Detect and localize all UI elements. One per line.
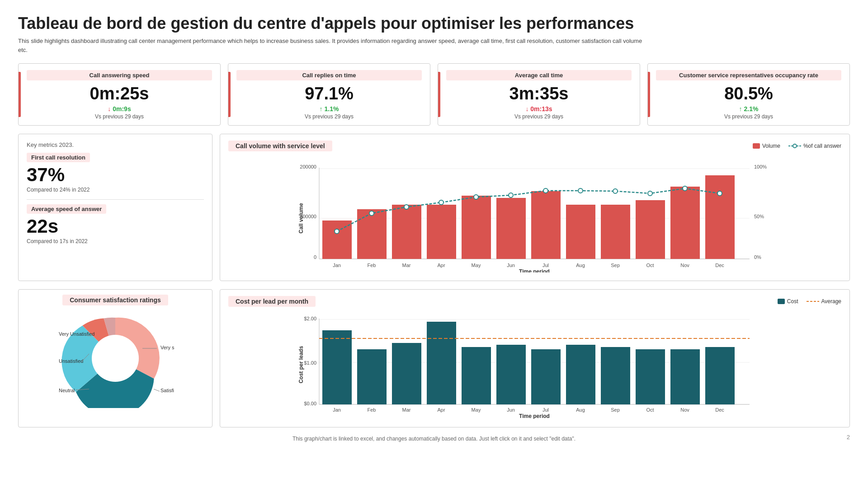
kpi-vs-4: Vs previous 29 days	[656, 113, 841, 120]
label-satisfied: Satisfied	[160, 388, 174, 393]
bar-may	[462, 196, 491, 259]
svg-text:Aug: Aug	[576, 407, 585, 413]
svg-text:50%: 50%	[754, 214, 764, 219]
bar-apr	[427, 205, 456, 259]
svg-text:Jul: Jul	[542, 263, 549, 268]
legend-avg-icon	[807, 298, 819, 305]
cost-chart-title: Cost per lead per month	[228, 296, 316, 307]
kpi-change-3: ↓ 0m:13s	[446, 105, 632, 113]
svg-text:Feb: Feb	[368, 407, 376, 413]
metrics-box: Key metrics 2023. First call resolution …	[18, 134, 212, 281]
page-subtitle: This slide highlights dashboard illustra…	[18, 37, 651, 54]
legend-cost: Cost	[778, 298, 798, 305]
metric-value-asa: 22s	[27, 216, 58, 237]
dot-may	[474, 195, 478, 199]
cost-chart-legend: Cost Average	[778, 298, 841, 305]
bot-row: Consumer satisfaction ratings	[18, 289, 850, 427]
bar-sep	[601, 205, 630, 259]
svg-text:Nov: Nov	[680, 263, 689, 268]
label-unsatisfied: Unsatisfied	[59, 358, 83, 364]
svg-text:Cost per leads: Cost per leads	[298, 346, 304, 384]
bar-jul	[531, 191, 561, 259]
cost-bar-mar	[392, 343, 421, 404]
svg-line-28	[154, 389, 160, 391]
kpi-value-3: 3m:35s	[446, 84, 632, 103]
svg-text:Jan: Jan	[333, 263, 341, 268]
svg-text:Sep: Sep	[611, 407, 620, 413]
dot-jan	[335, 229, 339, 234]
svg-text:Oct: Oct	[646, 263, 654, 268]
label-very-satisfied: Very satisfied	[160, 345, 174, 350]
svg-text:100%: 100%	[754, 164, 767, 169]
metric-compare-fcr: Compared to 24% in 2022	[27, 187, 204, 193]
kpi-value-2: 97.1%	[236, 84, 422, 103]
cost-bar-nov	[670, 349, 700, 404]
metric-value-fcr: 37%	[27, 164, 65, 186]
svg-text:Mar: Mar	[402, 407, 411, 413]
dot-jun	[509, 193, 513, 197]
kpi-title-4: Customer service representatives occupan…	[656, 70, 841, 80]
svg-text:Jun: Jun	[507, 407, 515, 413]
legend-pct-icon	[788, 143, 801, 149]
legend-volume-label: Volume	[762, 143, 780, 149]
svg-text:0: 0	[314, 254, 316, 260]
cost-per-lead-chart-box: Cost per lead per month Cost Average $2.…	[220, 289, 850, 427]
kpi-vs-1: Vs previous 29 days	[27, 113, 212, 120]
kpi-change-1: ↓ 0m:9s	[27, 105, 212, 113]
bar-aug	[566, 205, 595, 259]
cost-bar-jun	[496, 345, 526, 404]
bar-nov	[670, 187, 700, 259]
cost-chart-svg: $2.00 $1.00 $0.00	[228, 310, 841, 419]
metric-item-fcr: First call resolution 37% Compared to 24…	[27, 153, 204, 193]
dot-nov	[683, 186, 687, 191]
legend-volume: Volume	[753, 143, 780, 149]
kpi-vs-3: Vs previous 29 days	[446, 113, 632, 120]
kpi-vs-2: Vs previous 29 days	[236, 113, 422, 120]
call-volume-chart-box: Call volume with service level Volume %o…	[220, 134, 850, 281]
bar-jun	[496, 198, 526, 259]
dot-feb	[369, 211, 374, 216]
cost-bar-aug	[566, 345, 595, 404]
cost-bar-may	[462, 347, 491, 404]
call-volume-chart-title: Call volume with service level	[228, 141, 332, 151]
mid-row: Key metrics 2023. First call resolution …	[18, 134, 850, 281]
svg-text:Nov: Nov	[680, 407, 689, 413]
consumer-satisfaction-title: Consumer satisfaction ratings	[62, 295, 168, 305]
bar-oct	[636, 200, 665, 259]
kpi-title-2: Call replies on time	[236, 70, 422, 80]
svg-text:0%: 0%	[754, 254, 761, 260]
dot-mar	[404, 205, 409, 209]
call-volume-svg: 200000 100000 0 100% 50% 0%	[228, 155, 841, 272]
donut-chart-svg: Very satisfied Satisfied Neutral Unsatis…	[57, 309, 174, 408]
donut-hole	[92, 335, 139, 382]
legend-avg-label: Average	[821, 298, 841, 305]
bar-mar	[392, 205, 421, 259]
kpi-card-occupancy-rate: Customer service representatives occupan…	[647, 63, 850, 126]
metric-compare-asa: Compared to 17s in 2022	[27, 238, 204, 244]
svg-text:$2.00: $2.00	[304, 316, 316, 321]
cost-bar-feb	[357, 349, 387, 404]
metric-item-asa: Average speed of answer 22s Compared to …	[27, 204, 204, 244]
kpi-change-2: ↑ 1.1%	[236, 105, 422, 113]
legend-pct-label: %of call answer	[803, 143, 841, 149]
bar-feb	[357, 209, 387, 259]
legend-cost-icon	[778, 299, 785, 304]
svg-text:Feb: Feb	[368, 263, 376, 268]
dot-dec	[717, 191, 722, 196]
svg-text:May: May	[472, 263, 481, 268]
kpi-value-1: 0m:25s	[27, 84, 212, 103]
svg-text:Aug: Aug	[576, 263, 585, 268]
legend-avg: Average	[807, 298, 841, 305]
svg-point-1	[793, 144, 797, 148]
kpi-card-replies-on-time: Call replies on time 97.1% ↑ 1.1% Vs pre…	[228, 63, 430, 126]
cost-bar-apr	[427, 322, 456, 404]
cost-bar-jul	[531, 349, 561, 404]
dot-jul	[543, 188, 548, 193]
svg-text:$1.00: $1.00	[304, 360, 316, 366]
metric-tag-asa: Average speed of answer	[27, 204, 106, 214]
label-neutral: Neutral	[59, 388, 75, 393]
svg-text:Jun: Jun	[507, 263, 515, 268]
svg-text:Time period: Time period	[519, 413, 550, 419]
kpi-row: Call answering speed 0m:25s ↓ 0m:9s Vs p…	[18, 63, 850, 126]
kpi-card-answering-speed: Call answering speed 0m:25s ↓ 0m:9s Vs p…	[18, 63, 221, 126]
